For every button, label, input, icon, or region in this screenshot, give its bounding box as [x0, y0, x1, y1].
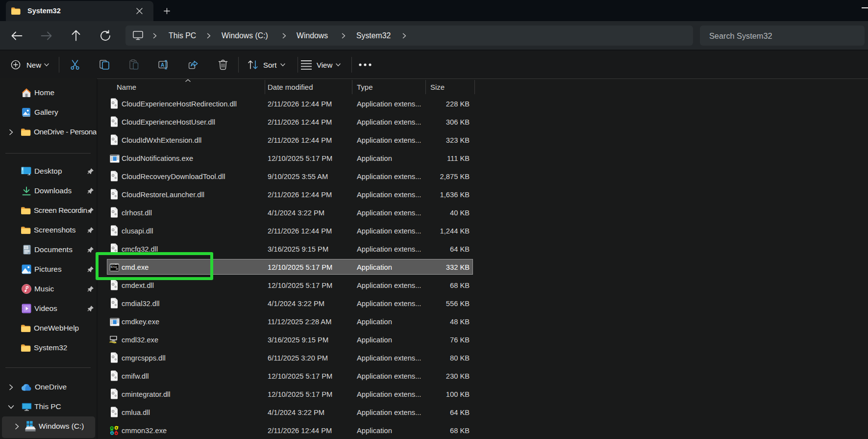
svg-text:A: A — [161, 62, 164, 68]
